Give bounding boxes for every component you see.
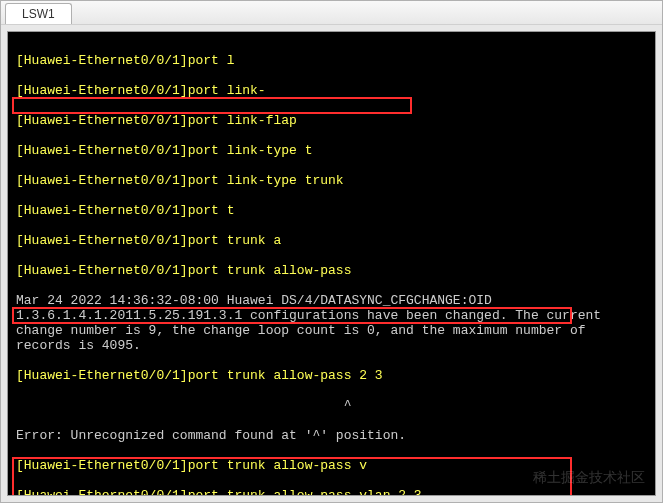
terminal-line: Error: Unrecognized command found at '^'… bbox=[16, 428, 406, 443]
terminal[interactable]: [Huawei-Ethernet0/0/1]port l [Huawei-Eth… bbox=[7, 31, 656, 496]
terminal-line: [Huawei-Ethernet0/0/1]port trunk allow-p… bbox=[16, 488, 422, 496]
app-window: LSW1 [Huawei-Ethernet0/0/1]port l [Huawe… bbox=[0, 0, 663, 503]
terminal-line: [Huawei-Ethernet0/0/1]port trunk a bbox=[16, 233, 281, 248]
terminal-line: [Huawei-Ethernet0/0/1]port t bbox=[16, 203, 234, 218]
terminal-line: [Huawei-Ethernet0/0/1]port trunk allow-p… bbox=[16, 368, 383, 383]
terminal-line: [Huawei-Ethernet0/0/1]port trunk allow-p… bbox=[16, 263, 351, 278]
watermark: 稀土掘金技术社区 bbox=[533, 470, 645, 485]
terminal-line: ^ bbox=[16, 398, 351, 413]
terminal-line: [Huawei-Ethernet0/0/1]port link-flap bbox=[16, 113, 297, 128]
tab-bar: LSW1 bbox=[1, 1, 662, 25]
terminal-line: [Huawei-Ethernet0/0/1]port l bbox=[16, 53, 234, 68]
terminal-line: Mar 24 2022 14:36:32-08:00 Huawei DS/4/D… bbox=[16, 293, 609, 353]
highlight-box-1 bbox=[12, 97, 412, 114]
terminal-line: [Huawei-Ethernet0/0/1]port link-type tru… bbox=[16, 173, 344, 188]
terminal-line: [Huawei-Ethernet0/0/1]port link-type t bbox=[16, 143, 312, 158]
terminal-line: [Huawei-Ethernet0/0/1]port link- bbox=[16, 83, 266, 98]
tab-lsw1[interactable]: LSW1 bbox=[5, 3, 72, 24]
terminal-line: [Huawei-Ethernet0/0/1]port trunk allow-p… bbox=[16, 458, 367, 473]
